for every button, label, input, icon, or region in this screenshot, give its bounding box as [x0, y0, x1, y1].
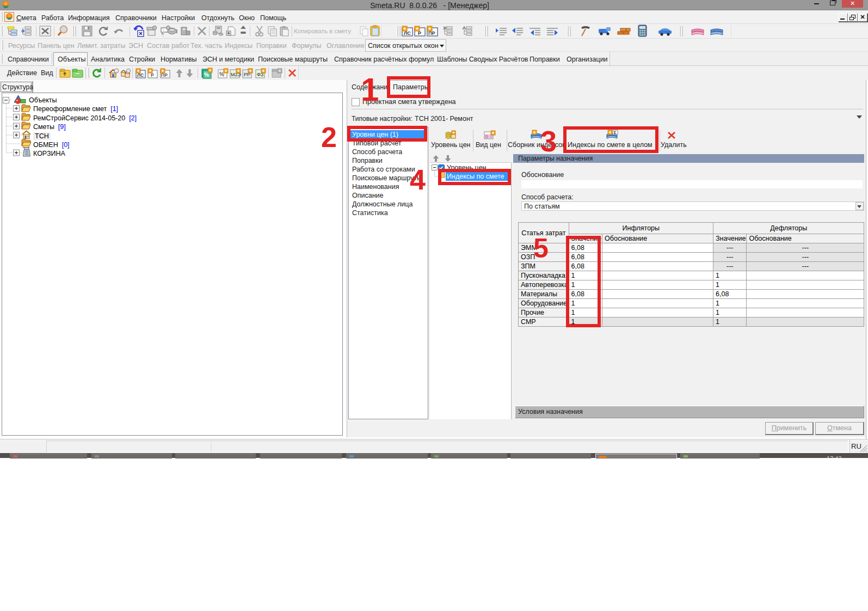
svg-text:ЛС: ЛС — [404, 30, 411, 36]
svg-text:ЛС: ЛС — [137, 72, 144, 78]
svg-text:Р: Р — [418, 30, 421, 36]
svg-text:ПР: ПР — [428, 30, 435, 36]
svg-text:%: % — [204, 72, 209, 78]
svg-text:Р: Р — [151, 72, 154, 78]
svg-text:ПР: ПР — [161, 72, 168, 78]
